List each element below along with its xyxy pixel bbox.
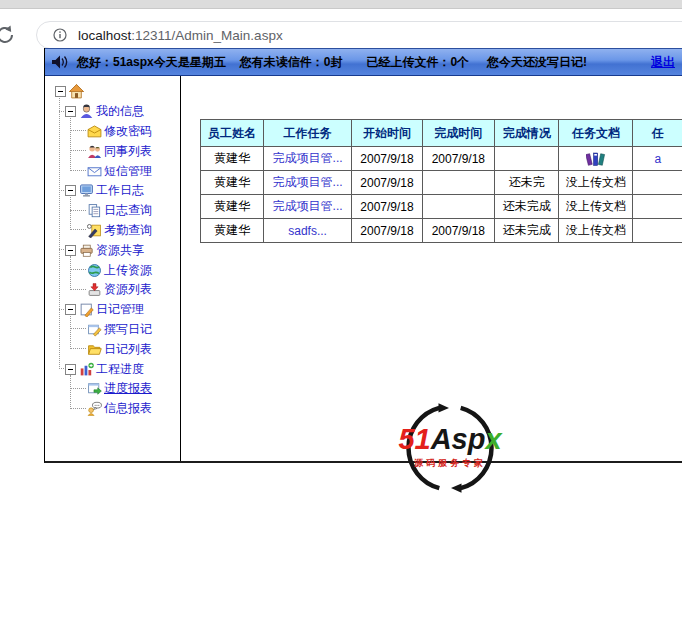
notepad-icon [79,302,94,317]
table-row: 黄建华 sadfs... 2007/9/18 2007/9/18 还未完成 没上… [201,219,682,243]
task-link[interactable]: 完成项目管... [273,175,343,189]
col-start-time: 开始时间 [352,120,422,147]
pen-note-icon [87,223,102,238]
cell-status [495,147,559,171]
tree-node-info-report[interactable]: 信息报表 [45,399,180,419]
write-icon [87,322,102,337]
col-extra: 任 [633,120,682,147]
user-icon [79,104,94,119]
folder-open-icon [87,342,102,357]
col-status: 完成情况 [495,120,559,147]
cell-name: 黄建华 [201,147,264,171]
col-finish-time: 完成时间 [422,120,494,147]
task-link[interactable]: 完成项目管... [273,199,343,213]
collapse-toggle[interactable] [65,245,76,256]
speaker-icon [51,54,69,70]
banner-uploaded: 已经上传文件：0个 [366,54,469,71]
task-link[interactable]: sadfs... [288,224,327,238]
chart-icon [79,362,94,377]
cell-status: 还未完成 [495,219,559,243]
tree-node-project-progress[interactable]: 工程进度 [45,359,180,379]
51aspx-logo: 51Aspx 源码服务专家 [404,402,496,494]
logout-link[interactable]: 退出 [651,54,675,71]
cell-finish: 2007/9/18 [422,219,494,243]
page-info-icon[interactable] [53,28,67,42]
table-row: 黄建华 完成项目管... 2007/9/18 还未完 没上传文档 [201,171,682,195]
tree-root-node[interactable] [45,82,180,102]
app-frame: 您好：51aspx今天是星期五 您有未读信件：0封 已经上传文件：0个 您今天还… [44,48,682,463]
tree-node-change-password[interactable]: 修改密码 [45,122,180,142]
tree-node-diary-management[interactable]: 日记管理 [45,300,180,320]
tree-node-upload-resource[interactable]: 上传资源 [45,260,180,280]
tree-node-work-log[interactable]: 工作日志 [45,181,180,201]
attachment-link[interactable]: a [654,152,661,166]
table-header-row: 员工姓名 工作任务 开始时间 完成时间 完成情况 任务文档 任 [201,120,682,147]
printer-icon [79,243,94,258]
collapse-toggle[interactable] [55,86,66,97]
mail-icon [87,164,102,179]
col-work-task: 工作任务 [263,120,352,147]
report-icon [87,381,102,396]
books-icon[interactable] [586,151,606,167]
cell-name: 黄建华 [201,195,264,219]
download-icon [87,282,102,297]
cell-start: 2007/9/18 [352,219,422,243]
cell-extra [633,171,682,195]
logo-tagline: 源码服务专家 [404,457,496,470]
cell-task: sadfs... [263,219,352,243]
tree-node-write-diary[interactable]: 撰写日记 [45,320,180,340]
cell-finish: 2007/9/18 [422,147,494,171]
collapse-toggle[interactable] [65,364,76,375]
cell-name: 黄建华 [201,171,264,195]
task-table: 员工姓名 工作任务 开始时间 完成时间 完成情况 任务文档 任 黄建华 完成项目… [200,119,682,243]
tree-node-my-info[interactable]: 我的信息 [45,102,180,122]
cell-finish [422,171,494,195]
address-bar[interactable]: localhost:12311/Admin_Main.aspx [36,21,682,49]
cell-doc: 没上传文档 [559,195,633,219]
navigation-tree: 我的信息 修改密码 [45,76,181,461]
collapse-toggle[interactable] [65,185,76,196]
cell-finish [422,195,494,219]
computer-icon [79,183,94,198]
banner-unread: 您有未读信件：0封 [240,54,343,71]
banner-greeting: 您好：51aspx今天是星期五 [77,54,226,71]
collapse-toggle[interactable] [65,106,76,117]
tree-node-attendance-query[interactable]: 考勤查询 [45,221,180,241]
collapse-toggle[interactable] [65,304,76,315]
cell-extra: a [633,147,682,171]
tree-node-progress-report[interactable]: 进度报表 [45,379,180,399]
cell-start: 2007/9/18 [352,147,422,171]
cell-status: 还未完 [495,171,559,195]
home-icon [69,84,84,99]
cell-status: 还未完成 [495,195,559,219]
cell-extra [633,219,682,243]
documents-icon [87,203,102,218]
cell-start: 2007/9/18 [352,171,422,195]
globe-icon [87,263,102,278]
cell-task: 完成项目管... [263,195,352,219]
cell-doc: 没上传文档 [559,219,633,243]
task-link[interactable]: 完成项目管... [273,151,343,165]
tree-node-resource-list[interactable]: 资源列表 [45,280,180,300]
col-task-doc: 任务文档 [559,120,633,147]
banner-diary-hint: 您今天还没写日记! [487,54,587,71]
info-report-icon [87,401,102,416]
tree-node-colleague-list[interactable]: 同事列表 [45,141,180,161]
tree-node-sms-management[interactable]: 短信管理 [45,161,180,181]
cell-task: 完成项目管... [263,171,352,195]
tree-node-resource-sharing[interactable]: 资源共享 [45,240,180,260]
cell-doc [559,147,633,171]
cell-extra [633,195,682,219]
logo-wordmark: 51Aspx [384,425,516,454]
cell-task: 完成项目管... [263,147,352,171]
reload-icon[interactable] [0,23,17,47]
cell-doc: 没上传文档 [559,171,633,195]
col-employee-name: 员工姓名 [201,120,264,147]
status-banner: 您好：51aspx今天是星期五 您有未读信件：0封 已经上传文件：0个 您今天还… [45,48,682,76]
tree-node-diary-list[interactable]: 日记列表 [45,339,180,359]
cell-start: 2007/9/18 [352,195,422,219]
people-icon [87,144,102,159]
tree-node-log-query[interactable]: 日志查询 [45,201,180,221]
url-text[interactable]: localhost:12311/Admin_Main.aspx [78,28,283,43]
table-row: 黄建华 完成项目管... 2007/9/18 2007/9/18 a [201,147,682,171]
